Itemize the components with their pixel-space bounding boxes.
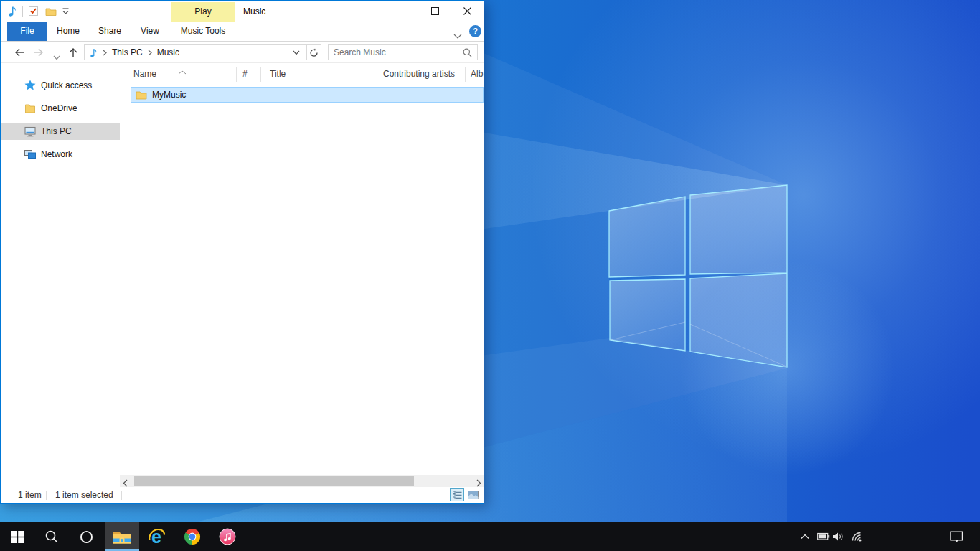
search-input[interactable] <box>329 47 463 57</box>
breadcrumb-music[interactable]: Music <box>157 47 179 57</box>
help-button[interactable]: ? <box>469 25 481 37</box>
location-music-icon <box>90 47 98 58</box>
column-header-number[interactable]: # <box>242 69 248 79</box>
file-row-mymusic[interactable]: MyMusic <box>131 87 484 103</box>
scrollbar-thumb[interactable] <box>134 476 414 486</box>
sidebar-item-quick-access[interactable]: Quick access <box>1 77 120 94</box>
status-bar: 1 item 1 item selected <box>1 487 484 503</box>
taskbar-file-explorer-icon[interactable] <box>105 522 139 551</box>
title-bar: Play Music <box>1 1 484 22</box>
horizontal-scrollbar[interactable] <box>120 475 484 487</box>
app-music-note-icon <box>8 5 17 17</box>
recent-locations-icon[interactable] <box>53 50 60 63</box>
maximize-button[interactable] <box>419 1 451 22</box>
explorer-window: Play Music File Home Share View Music To… <box>0 0 484 504</box>
selected-count: 1 item selected <box>55 490 113 500</box>
volume-icon[interactable] <box>832 522 844 551</box>
expand-ribbon-icon[interactable] <box>453 29 462 42</box>
start-button[interactable] <box>0 522 34 551</box>
address-bar-row: This PC Music <box>1 42 484 63</box>
divider <box>75 6 75 17</box>
properties-icon[interactable] <box>28 6 39 17</box>
ribbon-contextual-group-play[interactable]: Play <box>171 2 235 22</box>
sidebar-item-onedrive[interactable]: OneDrive <box>1 100 120 117</box>
divider <box>46 491 47 500</box>
tab-home[interactable]: Home <box>47 22 89 41</box>
tab-view[interactable]: View <box>131 22 169 41</box>
window-title: Music <box>243 6 265 17</box>
refresh-button[interactable] <box>307 48 321 57</box>
this-pc-icon <box>24 126 36 137</box>
divider[interactable] <box>377 67 377 82</box>
itunes-icon[interactable] <box>210 522 245 551</box>
new-folder-icon[interactable] <box>45 6 57 17</box>
internet-explorer-icon[interactable]: e <box>140 522 174 551</box>
chrome-icon[interactable] <box>175 522 209 551</box>
breadcrumb-chevron-icon[interactable] <box>148 50 152 56</box>
column-header-title[interactable]: Title <box>270 69 286 79</box>
quick-access-star-icon <box>24 80 36 91</box>
sidebar-item-network[interactable]: Network <box>1 146 120 163</box>
tab-music-tools[interactable]: Music Tools <box>171 22 235 41</box>
minimize-button[interactable] <box>387 1 419 22</box>
sidebar-item-this-pc[interactable]: This PC <box>1 123 120 140</box>
divider[interactable] <box>465 67 466 82</box>
close-button[interactable] <box>451 1 484 22</box>
ribbon-tab-row: File Home Share View Music Tools ? <box>1 22 484 42</box>
address-dropdown-icon[interactable] <box>293 50 300 55</box>
breadcrumb-this-pc[interactable]: This PC <box>112 47 143 57</box>
file-name: MyMusic <box>152 90 186 100</box>
column-header-artists[interactable]: Contributing artists <box>383 69 455 79</box>
divider <box>121 491 122 500</box>
wifi-icon[interactable] <box>851 522 863 551</box>
breadcrumb-chevron-icon[interactable] <box>103 50 107 56</box>
taskbar-search-icon[interactable] <box>34 522 69 551</box>
divider <box>22 6 23 17</box>
large-icons-view-button[interactable] <box>466 488 480 501</box>
sort-ascending-icon <box>178 65 187 77</box>
forward-button[interactable] <box>32 47 44 61</box>
search-box[interactable] <box>328 44 478 60</box>
divider[interactable] <box>236 67 237 82</box>
onedrive-icon <box>24 103 36 114</box>
network-icon <box>24 149 36 160</box>
tray-expand-icon[interactable] <box>801 522 809 551</box>
taskbar: e <box>0 522 980 551</box>
cortana-icon[interactable] <box>69 522 103 551</box>
back-button[interactable] <box>14 47 26 61</box>
tab-share[interactable]: Share <box>89 22 131 41</box>
details-view-button[interactable] <box>450 488 464 501</box>
tab-file[interactable]: File <box>7 22 47 41</box>
action-center-icon[interactable] <box>950 522 963 551</box>
column-header-name[interactable]: Name <box>133 69 156 79</box>
column-header-album[interactable]: Alb <box>471 69 483 79</box>
up-button[interactable] <box>67 47 79 61</box>
folder-icon <box>136 90 147 100</box>
customize-quick-access-icon[interactable] <box>62 7 70 15</box>
item-count: 1 item <box>18 490 42 500</box>
search-icon[interactable] <box>463 48 472 57</box>
divider[interactable] <box>260 67 261 82</box>
address-bar[interactable]: This PC Music <box>84 44 321 60</box>
quick-access-toolbar <box>8 1 80 22</box>
battery-icon[interactable] <box>817 522 830 551</box>
